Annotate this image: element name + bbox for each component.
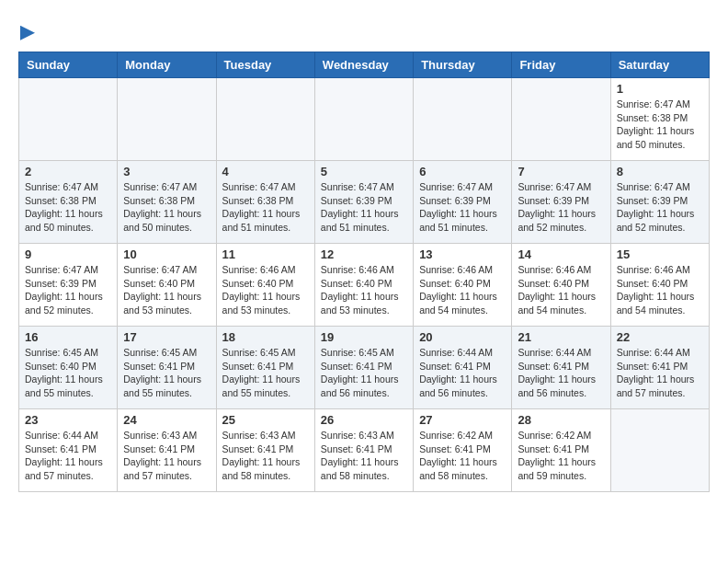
calendar-cell: 12Sunrise: 6:46 AM Sunset: 6:40 PM Dayli… xyxy=(314,244,413,327)
calendar-cell xyxy=(216,78,314,161)
day-number: 24 xyxy=(123,413,210,427)
day-info: Sunrise: 6:44 AM Sunset: 6:41 PM Dayligh… xyxy=(419,346,506,400)
calendar-cell: 5Sunrise: 6:47 AM Sunset: 6:39 PM Daylig… xyxy=(314,161,413,244)
calendar-cell: 14Sunrise: 6:46 AM Sunset: 6:40 PM Dayli… xyxy=(512,244,610,327)
calendar-week-1: 1Sunrise: 6:47 AM Sunset: 6:38 PM Daylig… xyxy=(19,78,710,161)
header xyxy=(18,18,710,42)
calendar-cell xyxy=(414,78,512,161)
day-info: Sunrise: 6:47 AM Sunset: 6:38 PM Dayligh… xyxy=(222,180,309,235)
calendar-cell: 3Sunrise: 6:47 AM Sunset: 6:38 PM Daylig… xyxy=(118,161,216,244)
calendar-cell: 24Sunrise: 6:43 AM Sunset: 6:41 PM Dayli… xyxy=(118,409,216,492)
calendar-cell: 28Sunrise: 6:42 AM Sunset: 6:41 PM Dayli… xyxy=(512,409,610,492)
calendar-week-2: 2Sunrise: 6:47 AM Sunset: 6:38 PM Daylig… xyxy=(19,161,710,244)
logo xyxy=(18,18,35,42)
day-number: 12 xyxy=(321,247,407,261)
calendar-cell: 22Sunrise: 6:44 AM Sunset: 6:41 PM Dayli… xyxy=(610,327,709,409)
calendar-cell: 21Sunrise: 6:44 AM Sunset: 6:41 PM Dayli… xyxy=(512,327,610,409)
day-info: Sunrise: 6:45 AM Sunset: 6:41 PM Dayligh… xyxy=(321,346,407,400)
day-number: 3 xyxy=(123,165,210,178)
day-number: 9 xyxy=(25,247,111,261)
calendar-cell xyxy=(610,409,709,492)
day-info: Sunrise: 6:47 AM Sunset: 6:39 PM Dayligh… xyxy=(518,180,604,235)
day-info: Sunrise: 6:46 AM Sunset: 6:40 PM Dayligh… xyxy=(617,263,703,317)
day-number: 1 xyxy=(617,82,703,96)
day-info: Sunrise: 6:43 AM Sunset: 6:41 PM Dayligh… xyxy=(321,429,407,483)
calendar-header-saturday: Saturday xyxy=(610,52,709,78)
calendar-header-tuesday: Tuesday xyxy=(216,52,314,78)
day-info: Sunrise: 6:47 AM Sunset: 6:39 PM Dayligh… xyxy=(419,180,506,235)
day-number: 15 xyxy=(617,247,703,261)
calendar-week-3: 9Sunrise: 6:47 AM Sunset: 6:39 PM Daylig… xyxy=(19,244,710,327)
day-number: 4 xyxy=(222,165,309,178)
calendar-cell: 16Sunrise: 6:45 AM Sunset: 6:40 PM Dayli… xyxy=(19,327,118,409)
day-info: Sunrise: 6:44 AM Sunset: 6:41 PM Dayligh… xyxy=(518,346,604,400)
day-number: 26 xyxy=(321,413,407,427)
day-number: 22 xyxy=(617,330,703,344)
day-number: 21 xyxy=(518,330,604,344)
calendar-week-5: 23Sunrise: 6:44 AM Sunset: 6:41 PM Dayli… xyxy=(19,409,710,492)
calendar-cell: 4Sunrise: 6:47 AM Sunset: 6:38 PM Daylig… xyxy=(216,161,314,244)
day-number: 10 xyxy=(123,247,210,261)
day-info: Sunrise: 6:46 AM Sunset: 6:40 PM Dayligh… xyxy=(419,263,506,317)
day-info: Sunrise: 6:46 AM Sunset: 6:40 PM Dayligh… xyxy=(518,263,604,317)
calendar-cell: 6Sunrise: 6:47 AM Sunset: 6:39 PM Daylig… xyxy=(414,161,512,244)
calendar-header-friday: Friday xyxy=(512,52,610,78)
calendar-cell: 8Sunrise: 6:47 AM Sunset: 6:39 PM Daylig… xyxy=(610,161,709,244)
calendar-cell: 11Sunrise: 6:46 AM Sunset: 6:40 PM Dayli… xyxy=(216,244,314,327)
day-number: 17 xyxy=(123,330,210,344)
day-info: Sunrise: 6:45 AM Sunset: 6:40 PM Dayligh… xyxy=(25,346,111,400)
day-number: 16 xyxy=(25,330,111,344)
day-info: Sunrise: 6:47 AM Sunset: 6:40 PM Dayligh… xyxy=(123,263,210,317)
day-number: 8 xyxy=(617,165,703,178)
day-number: 6 xyxy=(419,165,506,178)
day-info: Sunrise: 6:42 AM Sunset: 6:41 PM Dayligh… xyxy=(419,429,506,483)
day-info: Sunrise: 6:47 AM Sunset: 6:38 PM Dayligh… xyxy=(617,98,703,152)
calendar-cell: 25Sunrise: 6:43 AM Sunset: 6:41 PM Dayli… xyxy=(216,409,314,492)
day-info: Sunrise: 6:47 AM Sunset: 6:38 PM Dayligh… xyxy=(123,180,210,235)
day-number: 7 xyxy=(518,165,604,178)
calendar-cell xyxy=(19,78,118,161)
calendar-cell xyxy=(118,78,216,161)
day-info: Sunrise: 6:45 AM Sunset: 6:41 PM Dayligh… xyxy=(123,346,210,400)
calendar-cell: 23Sunrise: 6:44 AM Sunset: 6:41 PM Dayli… xyxy=(19,409,118,492)
day-info: Sunrise: 6:44 AM Sunset: 6:41 PM Dayligh… xyxy=(25,429,111,483)
day-info: Sunrise: 6:45 AM Sunset: 6:41 PM Dayligh… xyxy=(222,346,309,400)
day-number: 19 xyxy=(321,330,407,344)
day-number: 2 xyxy=(25,165,111,178)
calendar-cell xyxy=(512,78,610,161)
day-info: Sunrise: 6:46 AM Sunset: 6:40 PM Dayligh… xyxy=(222,263,309,317)
calendar-cell: 15Sunrise: 6:46 AM Sunset: 6:40 PM Dayli… xyxy=(610,244,709,327)
day-number: 14 xyxy=(518,247,604,261)
calendar-cell: 2Sunrise: 6:47 AM Sunset: 6:38 PM Daylig… xyxy=(19,161,118,244)
calendar-cell: 17Sunrise: 6:45 AM Sunset: 6:41 PM Dayli… xyxy=(118,327,216,409)
day-number: 13 xyxy=(419,247,506,261)
day-info: Sunrise: 6:47 AM Sunset: 6:39 PM Dayligh… xyxy=(321,180,407,235)
calendar-week-4: 16Sunrise: 6:45 AM Sunset: 6:40 PM Dayli… xyxy=(19,327,710,409)
day-number: 23 xyxy=(25,413,111,427)
day-info: Sunrise: 6:44 AM Sunset: 6:41 PM Dayligh… xyxy=(617,346,703,400)
calendar-cell: 20Sunrise: 6:44 AM Sunset: 6:41 PM Dayli… xyxy=(414,327,512,409)
calendar-cell xyxy=(314,78,413,161)
calendar-cell: 27Sunrise: 6:42 AM Sunset: 6:41 PM Dayli… xyxy=(414,409,512,492)
day-number: 18 xyxy=(222,330,309,344)
day-info: Sunrise: 6:43 AM Sunset: 6:41 PM Dayligh… xyxy=(222,429,309,483)
calendar-table: SundayMondayTuesdayWednesdayThursdayFrid… xyxy=(18,52,710,492)
calendar-cell: 26Sunrise: 6:43 AM Sunset: 6:41 PM Dayli… xyxy=(314,409,413,492)
day-number: 11 xyxy=(222,247,309,261)
calendar-header-thursday: Thursday xyxy=(414,52,512,78)
calendar-cell: 1Sunrise: 6:47 AM Sunset: 6:38 PM Daylig… xyxy=(610,78,709,161)
day-number: 20 xyxy=(419,330,506,344)
day-info: Sunrise: 6:43 AM Sunset: 6:41 PM Dayligh… xyxy=(123,429,210,483)
calendar-cell: 13Sunrise: 6:46 AM Sunset: 6:40 PM Dayli… xyxy=(414,244,512,327)
calendar-header-row: SundayMondayTuesdayWednesdayThursdayFrid… xyxy=(19,52,710,78)
calendar-cell: 18Sunrise: 6:45 AM Sunset: 6:41 PM Dayli… xyxy=(216,327,314,409)
calendar-cell: 19Sunrise: 6:45 AM Sunset: 6:41 PM Dayli… xyxy=(314,327,413,409)
calendar-cell: 9Sunrise: 6:47 AM Sunset: 6:39 PM Daylig… xyxy=(19,244,118,327)
day-number: 5 xyxy=(321,165,407,178)
day-number: 28 xyxy=(518,413,604,427)
day-info: Sunrise: 6:47 AM Sunset: 6:38 PM Dayligh… xyxy=(25,180,111,235)
calendar-header-sunday: Sunday xyxy=(19,52,118,78)
calendar-header-monday: Monday xyxy=(118,52,216,78)
calendar-cell: 7Sunrise: 6:47 AM Sunset: 6:39 PM Daylig… xyxy=(512,161,610,244)
logo-icon xyxy=(20,26,35,40)
